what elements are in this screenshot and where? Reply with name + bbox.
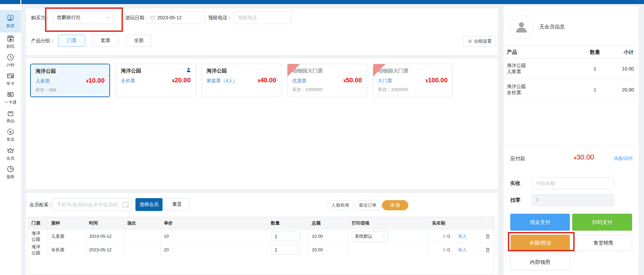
summary-item-subtotal: 20.00	[607, 87, 634, 92]
group-tab-package[interactable]: 套票	[92, 35, 119, 47]
group-tab-label: 门票	[67, 38, 77, 44]
realname-count: 0	[443, 234, 445, 239]
sidebar-item-label: 一卡通	[4, 100, 17, 105]
group-settings-button[interactable]: 分组设置	[463, 36, 496, 47]
product-card[interactable]: 停售 动物园大门票 大门票 ¥100.00 库存：1000000	[373, 64, 453, 97]
col-total: 总额	[308, 217, 348, 229]
product-stock: 库存：1000000	[292, 87, 362, 93]
sidebar-item-onecard[interactable]: 一卡通	[0, 88, 21, 107]
cell-total: 20.00	[308, 243, 348, 256]
reset-button[interactable]: 重置	[165, 198, 189, 211]
clear-button[interactable]: 清 除	[382, 200, 408, 210]
cart-table-row: 海洋公园 儿童票 2023-05-12 10 10.00 系统默认 0/1录入	[28, 229, 494, 243]
summary-item-subtotal: 10.00	[607, 66, 634, 71]
recent-orders-button[interactable]: 最近订单	[355, 200, 381, 210]
product-type: 优惠票	[292, 78, 306, 84]
sidebar-item-label: 商品	[6, 118, 15, 124]
payable-label: 应付款	[510, 155, 525, 162]
qty-input[interactable]	[271, 232, 300, 241]
cash-pay-button[interactable]: 现金支付	[510, 214, 570, 231]
summary-item-name: 海洋公园全价票	[507, 84, 583, 96]
cell-total: 10.00	[308, 230, 348, 243]
reserved-phone-label: 预留电话：	[208, 15, 232, 21]
realname-enter-link[interactable]: 录入	[458, 247, 467, 253]
product-price: ¥40.00	[258, 77, 276, 84]
ticket-icon	[6, 14, 15, 22]
internal-use-button[interactable]: 内部领用	[510, 254, 570, 270]
product-card[interactable]: 海洋公园 全价票 ¥20.00	[116, 64, 196, 97]
checkout-panel: 无会员信息 产品 数量 小计 海洋公园儿童票 1 10.00 海洋公园全价票 1…	[503, 6, 639, 275]
cell-unit-price: 10	[160, 230, 267, 243]
sidebar-item-member[interactable]: 会员	[0, 144, 21, 163]
select-member-button[interactable]: 选择会员	[135, 198, 163, 211]
product-price: ¥50.00	[343, 77, 362, 84]
person-icon	[186, 67, 191, 74]
sidebar-item-theater[interactable]: 剧院	[0, 33, 21, 51]
theater-icon	[6, 35, 15, 43]
calendar-icon	[150, 15, 155, 20]
product-name: 海洋公园	[121, 68, 191, 74]
product-card[interactable]: 海洋公园 儿童票 ¥10.00 库存：998	[30, 64, 110, 97]
cell-ticket: 海洋公园	[28, 243, 48, 256]
sidebar-item-label: 会员	[6, 155, 15, 161]
product-card[interactable]: 停售 动物园大门票 优惠票 ¥50.00 库存：1000000	[287, 64, 367, 97]
summary-col-subtotal: 小计	[607, 49, 634, 56]
buyer-select[interactable]: 曾鹏旅行社	[53, 11, 113, 24]
product-name: 海洋公园	[207, 68, 276, 74]
play-date-input[interactable]: 2023-05-12	[146, 11, 205, 24]
sidebar-item-tickets[interactable]: 购票	[0, 10, 21, 33]
sidebar-item-timing[interactable]: 计时	[0, 51, 21, 70]
product-type: 大门票	[378, 78, 392, 84]
change-label: 找零	[510, 197, 520, 204]
pie-chart-icon	[6, 165, 15, 173]
balance-credit-button[interactable]: 余额/授信	[511, 235, 570, 251]
cell-print-empty	[348, 243, 429, 256]
realname-enter-link[interactable]: 录入	[458, 233, 467, 239]
trash-icon[interactable]	[485, 247, 490, 253]
reserved-phone-input[interactable]	[234, 11, 292, 24]
cart-table-header: 门票 票种 时间 场次 单价 数量 总额 打印选项 实名制	[28, 217, 494, 229]
group-tab-label: 全部	[134, 38, 144, 44]
sidebar-item-annual-card[interactable]: 年卡	[0, 70, 21, 88]
product-price: ¥20.00	[172, 77, 191, 84]
group-tab-tickets[interactable]: 门票	[58, 35, 85, 47]
cell-session	[124, 230, 160, 243]
cell-time: 2023-05-12	[86, 230, 124, 243]
annual-card-icon	[6, 72, 15, 80]
print-option-select[interactable]: 系统默认	[352, 231, 388, 241]
qty-input[interactable]	[271, 245, 300, 255]
scan-pay-button[interactable]: 扫码支付	[572, 214, 632, 231]
realname-total: /1	[447, 234, 450, 239]
payment-section: 应付款 ¥30.00 优惠/说明 实收 找零 现金支付 扫码支付 余额/授信 食…	[503, 145, 639, 275]
cart-table-row: 海洋公园 全价票 2023-05-12 20 20.00 0/1录入	[28, 243, 494, 256]
play-date-value: 2023-05-12	[157, 15, 182, 20]
aftersale-icon: 售	[6, 128, 15, 136]
buyer-select-value: 曾鹏旅行社	[57, 15, 81, 21]
product-stock: 库存：998	[36, 87, 105, 93]
received-amount-input[interactable]	[532, 177, 614, 189]
summary-col-product: 产品	[507, 49, 583, 56]
member-search-input[interactable]	[52, 198, 132, 211]
cell-unit-price: 20	[160, 243, 267, 256]
sidebar-item-reports[interactable]: 报表	[0, 163, 21, 182]
trash-icon[interactable]	[485, 234, 490, 239]
card-scan-icon[interactable]	[122, 202, 129, 208]
sidebar-item-aftersale[interactable]: 售 售后	[0, 126, 21, 144]
play-date-label: 游玩日期：	[125, 15, 149, 21]
sidebar-item-goods[interactable]: 商品	[0, 107, 21, 126]
col-qty: 数量	[267, 217, 308, 229]
group-tab-all[interactable]: 全部	[126, 35, 152, 47]
cart-summary-item: 海洋公园全价票 1 20.00	[503, 79, 639, 101]
discount-note-link[interactable]: 优惠/说明	[614, 155, 632, 162]
product-card[interactable]: 海洋公园 家庭票（4人） ¥40.00	[201, 64, 281, 97]
card-reader-icon	[6, 90, 15, 99]
chevron-down-icon	[382, 235, 385, 238]
product-name: 动物园大门票	[292, 68, 362, 74]
col-unit-price: 单价	[160, 217, 267, 229]
clock-icon	[6, 53, 15, 61]
group-tab-label: 套票	[101, 38, 110, 44]
canteen-sale-button[interactable]: 食堂销售	[575, 235, 632, 251]
cart-summary-header: 产品 数量 小计	[503, 46, 639, 59]
col-realname: 实名制	[429, 217, 481, 229]
face-detect-button[interactable]: 人脸检测	[327, 200, 353, 210]
